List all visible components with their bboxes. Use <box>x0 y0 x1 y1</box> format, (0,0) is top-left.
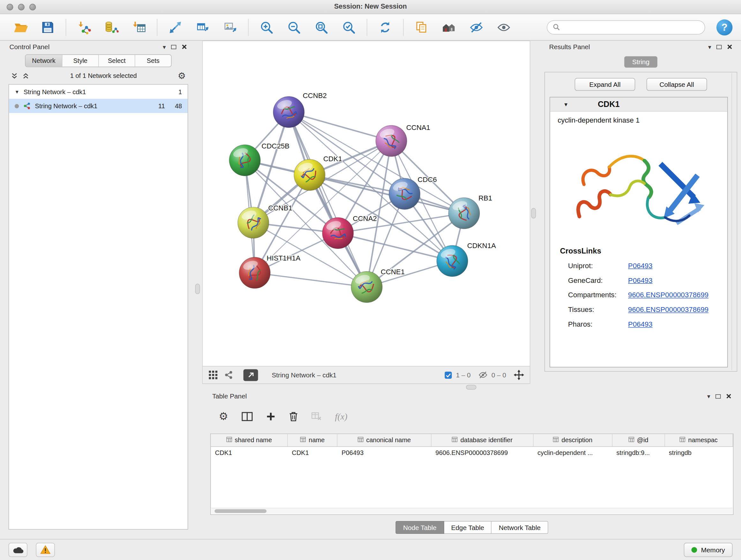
tab-string[interactable]: String <box>624 56 658 68</box>
network-node-RB1[interactable] <box>448 198 480 229</box>
crosslink-value-link[interactable]: P06493 <box>628 261 653 269</box>
selected-checkbox-icon[interactable] <box>444 371 452 379</box>
tab-style[interactable]: Style <box>62 55 98 67</box>
table-cell[interactable]: stringdb <box>665 446 733 459</box>
zoom-in-button[interactable] <box>256 17 277 38</box>
tab-edge-table[interactable]: Edge Table <box>444 521 492 534</box>
network-graph[interactable]: CCNB2CCNA1CDC25BCDK1CDC6RB1CCNB1CCNA2CDK… <box>203 41 530 366</box>
column-header-description[interactable]: description <box>533 434 612 446</box>
open-session-button[interactable] <box>10 17 31 38</box>
tab-network[interactable]: Network <box>25 55 62 67</box>
delete-column-button[interactable] <box>288 411 298 422</box>
cloud-status-button[interactable] <box>9 543 27 557</box>
table-cell[interactable]: CDK1 <box>287 446 337 459</box>
splitter-handle[interactable] <box>195 284 200 294</box>
zoom-fit-button[interactable] <box>311 17 332 38</box>
network-node-CDKN1A[interactable] <box>436 246 468 277</box>
network-node-CCNA2[interactable] <box>322 217 354 249</box>
tab-node-table[interactable]: Node Table <box>396 521 444 534</box>
column-header-namespac[interactable]: namespac <box>665 434 733 446</box>
table-cell[interactable]: cyclin-dependent ... <box>533 446 612 459</box>
zoom-out-button[interactable] <box>283 17 305 38</box>
clone-network-button[interactable] <box>164 17 186 38</box>
collapse-all-button[interactable]: Collapse All <box>647 78 707 91</box>
panel-close-icon[interactable] <box>727 44 733 50</box>
show-all-button[interactable] <box>493 17 515 38</box>
panel-menu-icon[interactable]: ▾ <box>707 393 711 399</box>
detach-view-button[interactable] <box>244 369 258 381</box>
table-settings-button[interactable]: ⚙ <box>219 411 228 422</box>
network-node-CDC25B[interactable] <box>229 145 260 176</box>
network-node-CCNB2[interactable] <box>273 97 305 128</box>
expand-all-icon[interactable] <box>22 72 29 79</box>
save-session-button[interactable] <box>37 17 59 38</box>
warnings-button[interactable] <box>36 543 55 557</box>
table-row[interactable]: CDK1CDK1P064939606.ENSP00000378699cyclin… <box>211 446 733 459</box>
panel-menu-icon[interactable]: ▾ <box>708 44 711 50</box>
splitter-handle[interactable] <box>466 385 476 389</box>
delete-table-button[interactable] <box>312 412 322 421</box>
crosslink-value-link[interactable]: 9606.ENSP00000378699 <box>628 291 709 299</box>
network-node-CDK1[interactable] <box>294 159 325 191</box>
column-header--id[interactable]: @id <box>612 434 664 446</box>
export-image-button[interactable] <box>219 17 241 38</box>
show-columns-button[interactable] <box>241 412 253 422</box>
crosslink-value-link[interactable]: 9606.ENSP00000378699 <box>628 306 709 314</box>
network-node-CDC6[interactable] <box>389 178 420 209</box>
add-column-button[interactable] <box>266 412 275 422</box>
column-header-database-identifier[interactable]: database identifier <box>431 434 533 446</box>
table-cell[interactable]: stringdb:9... <box>612 446 664 459</box>
expand-all-button[interactable]: Expand All <box>575 78 635 91</box>
network-node-CCNE1[interactable] <box>351 271 382 303</box>
splitter-handle[interactable] <box>531 208 536 219</box>
help-button[interactable]: ? <box>717 19 732 35</box>
panel-float-icon[interactable] <box>716 394 721 398</box>
scrollbar-thumb[interactable] <box>214 509 266 513</box>
function-builder-button[interactable]: f(x) <box>335 411 347 422</box>
network-edge[interactable] <box>255 273 367 287</box>
memory-button[interactable]: Memory <box>684 543 733 557</box>
table-cell[interactable]: P06493 <box>337 446 431 459</box>
crosslink-value-link[interactable]: P06493 <box>628 276 653 284</box>
tab-select[interactable]: Select <box>98 55 135 67</box>
network-canvas[interactable]: CCNB2CCNA1CDC25BCDK1CDC6RB1CCNB1CCNA2CDK… <box>203 41 530 366</box>
zoom-selected-button[interactable] <box>338 17 360 38</box>
home-button[interactable] <box>438 17 460 38</box>
column-header-canonical-name[interactable]: canonical name <box>337 434 431 446</box>
export-table-button[interactable] <box>192 17 213 38</box>
collapse-all-icon[interactable] <box>11 72 18 79</box>
column-header-name[interactable]: name <box>287 434 337 446</box>
panel-close-icon[interactable] <box>182 44 187 50</box>
import-table-from-file-button[interactable] <box>128 17 150 38</box>
panel-close-icon[interactable] <box>726 393 732 399</box>
search-input[interactable] <box>563 23 699 31</box>
gene-card-header[interactable]: ▼ CDK1 <box>550 98 727 111</box>
hidden-eye-icon[interactable] <box>478 371 488 379</box>
network-row[interactable]: String Network – cdk1 11 48 <box>9 99 188 113</box>
network-node-CCNA1[interactable] <box>376 125 407 157</box>
results-scrollbar[interactable] <box>731 73 736 370</box>
network-node-HIST1H1A[interactable] <box>239 257 270 289</box>
expand-triangle-icon[interactable]: ▼ <box>15 89 19 94</box>
panel-menu-icon[interactable]: ▾ <box>163 44 166 50</box>
pan-crosshair-icon[interactable] <box>514 370 524 380</box>
table-cell[interactable]: 9606.ENSP00000378699 <box>431 446 533 459</box>
tab-sets[interactable]: Sets <box>135 55 171 67</box>
tab-network-table[interactable]: Network Table <box>492 521 548 534</box>
panel-float-icon[interactable] <box>717 45 722 49</box>
gear-icon[interactable]: ⚙ <box>178 71 186 80</box>
table-cell[interactable]: CDK1 <box>211 446 287 459</box>
collapse-gene-icon[interactable]: ▼ <box>563 102 568 107</box>
network-node-CCNB1[interactable] <box>238 207 269 239</box>
copy-button[interactable] <box>411 17 432 38</box>
refresh-button[interactable] <box>374 17 396 38</box>
import-network-from-file-button[interactable] <box>73 17 95 38</box>
network-overview-icon[interactable] <box>224 370 233 380</box>
crosslink-value-link[interactable]: P06493 <box>628 320 653 328</box>
network-collection-row[interactable]: ▼ String Network – cdk1 1 <box>9 84 188 99</box>
import-network-from-database-button[interactable] <box>100 17 122 38</box>
horizontal-scrollbar[interactable] <box>211 508 732 514</box>
panel-float-icon[interactable] <box>171 45 176 49</box>
grid-view-icon[interactable] <box>208 370 218 380</box>
column-header-shared-name[interactable]: shared name <box>211 434 287 446</box>
